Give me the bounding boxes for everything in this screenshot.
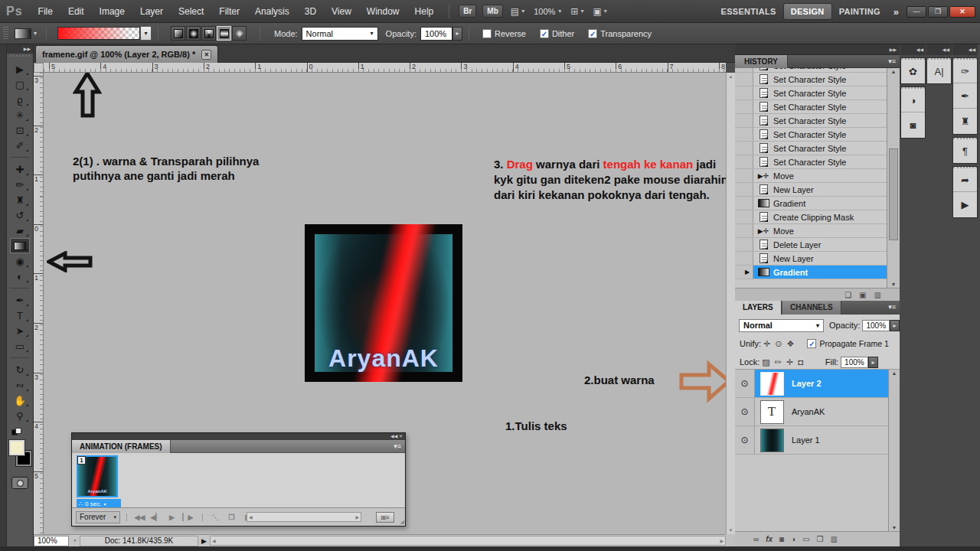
layer-style-icon[interactable]: fx (766, 535, 773, 543)
history-item[interactable]: New Layer (735, 183, 887, 197)
history-snapshot-well[interactable] (735, 224, 753, 237)
tool-zoom[interactable]: ⚲ (10, 408, 30, 423)
animation-scrollbar[interactable]: ◀ ▶ (247, 512, 361, 522)
history-item[interactable]: Set Character Style (735, 100, 887, 114)
panel-brushes-button[interactable]: ✒ (953, 83, 977, 109)
history-snapshot-well[interactable] (735, 128, 753, 141)
tween-button[interactable]: ⋱ (207, 514, 224, 521)
history-item[interactable]: Gradient (735, 197, 887, 210)
gradient-type-diamond-button[interactable] (232, 26, 247, 41)
tool-hand[interactable]: ✋ (10, 393, 30, 408)
horizontal-scrollbar[interactable]: ◀ ▶ (210, 536, 726, 546)
status-options-arrow[interactable]: ▶ (201, 537, 207, 545)
next-frame-button[interactable]: ▏▶ (180, 514, 196, 521)
animation-panel-collapse[interactable]: ◀◀ ✕ (72, 433, 405, 440)
history-item[interactable]: Set Character Style (735, 114, 887, 128)
lock-transparent-pixels-icon[interactable]: ▨ (762, 357, 769, 367)
history-item[interactable]: Set Character Style (735, 155, 887, 169)
delete-layer-icon[interactable]: ▥ (831, 535, 838, 543)
tool-rounded-rectangle[interactable]: ▭ (10, 338, 30, 354)
screen-mode-button[interactable]: ▣ ▾ (593, 6, 606, 17)
history-snapshot-well[interactable] (735, 197, 753, 210)
dock-collapse-button[interactable]: ◀◀ (926, 44, 952, 55)
opacity-slider-button[interactable]: ▸ (452, 27, 462, 41)
tool-eraser[interactable]: ▰ (10, 223, 30, 238)
animation-tab[interactable]: ANIMATION (FRAMES) (72, 440, 171, 453)
history-item[interactable]: Set Character Style (735, 86, 887, 100)
restore-button[interactable]: ❐ (928, 6, 948, 18)
play-button[interactable]: ▶ (164, 514, 180, 521)
history-item[interactable]: Delete Layer (735, 238, 887, 252)
canvas-area[interactable]: 2(1) . warna & Transparah pilihnya putih… (44, 73, 726, 534)
tools-collapse-button[interactable]: ▶▶ (7, 44, 33, 54)
panel-brush-presets-button[interactable]: ✑ (953, 58, 977, 83)
history-snapshot-well[interactable] (735, 210, 753, 223)
history-panel-collapse[interactable]: ▶▶ (735, 44, 900, 55)
tool-dodge[interactable]: ◐ (10, 269, 30, 284)
history-snapshot-well[interactable] (735, 155, 753, 168)
layer-row[interactable]: ⊙Layer 1 (735, 426, 888, 455)
previous-frame-button[interactable]: ◀▏ (148, 514, 164, 521)
transparency-checkbox-box[interactable]: ✓ (588, 29, 597, 38)
workspace-essentials[interactable]: ESSENTIALS (714, 4, 783, 19)
tab-layers[interactable]: LAYERS (735, 301, 782, 315)
vertical-scrollbar[interactable]: ▲ ▼ (726, 73, 735, 534)
history-snapshot-well[interactable] (735, 114, 753, 127)
animation-frame-1[interactable]: 1 AryanAK (77, 455, 118, 497)
menu-view[interactable]: View (324, 0, 359, 23)
gradient-type-radial-button[interactable] (186, 26, 201, 41)
history-snapshot-well[interactable] (735, 266, 753, 279)
vertical-ruler[interactable]: 321012345 (34, 73, 44, 534)
history-item[interactable]: ▶✛Move (735, 169, 887, 183)
resize-grip-icon[interactable]: ◢ (400, 519, 404, 525)
checkbox-dither[interactable]: ✓Dither (540, 29, 574, 38)
swap-colors-button[interactable] (11, 428, 22, 437)
duplicate-frame-button[interactable]: ❐ (224, 514, 240, 521)
tool-move[interactable]: ▶ (10, 61, 30, 77)
panel-adjustments-button[interactable]: ◑ (901, 87, 925, 112)
history-scrollbar[interactable]: ▲ ▼ (887, 68, 900, 288)
view-extras-button[interactable]: ▤ ▾ (511, 6, 524, 17)
delete-state-icon[interactable]: ▥ (874, 291, 881, 299)
history-item[interactable]: ▶✛Move (735, 224, 887, 238)
panel-menu-icon[interactable]: ▾≡ (394, 442, 401, 450)
tools-grip[interactable] (10, 55, 30, 60)
panel-clone-source-button[interactable]: ♜ (953, 109, 977, 134)
tool-lasso[interactable]: ϱ (10, 92, 30, 107)
gradient-type-linear-button[interactable] (171, 26, 185, 41)
menu-edit[interactable]: Edit (60, 0, 92, 23)
adjustment-layer-icon[interactable]: ◑ (791, 535, 795, 543)
visibility-toggle[interactable]: ⊙ (735, 426, 755, 454)
menu-window[interactable]: Window (359, 0, 407, 23)
menu-help[interactable]: Help (407, 0, 442, 23)
quick-mask-button[interactable] (11, 477, 28, 489)
panel-menu-icon[interactable]: ▾≡ (888, 303, 896, 311)
tool-history-brush[interactable]: ↺ (10, 207, 30, 223)
tool-rectangular-marquee[interactable]: ▢ (10, 77, 30, 92)
new-group-icon[interactable]: ▭ (802, 535, 809, 543)
gradient-type-angle-button[interactable] (201, 26, 216, 41)
fill-field[interactable]: 100% (841, 357, 868, 368)
first-frame-button[interactable]: ◀◀ (132, 514, 148, 521)
menu-3d[interactable]: 3D (297, 0, 324, 23)
history-snapshot-well[interactable] (735, 100, 753, 113)
visibility-toggle[interactable]: ⊙ (735, 370, 755, 397)
checkbox-reverse[interactable]: Reverse (482, 29, 526, 38)
tool-3d-rotate[interactable]: ↻ (10, 362, 30, 377)
layer-opacity-slider[interactable]: ▸ (890, 320, 900, 331)
history-item[interactable]: Create Clipping Mask (735, 210, 887, 224)
fill-slider[interactable]: ▸ (868, 357, 878, 368)
history-snapshot-well[interactable] (735, 183, 753, 196)
gradient-type-reflected-button[interactable] (217, 26, 231, 41)
blend-mode-select[interactable]: Normal ▾ (302, 27, 378, 41)
tool-spot-healing-brush[interactable]: ✚ (10, 161, 30, 177)
dither-checkbox-box[interactable]: ✓ (540, 29, 549, 38)
panel-menu-icon[interactable]: ▾≡ (888, 57, 896, 65)
workspace-painting[interactable]: PAINTING (832, 4, 887, 19)
lock-position-icon[interactable]: ✛ (786, 357, 793, 367)
foreground-color-swatch[interactable] (9, 440, 24, 455)
propagate-checkbox[interactable]: ✓ (807, 339, 816, 348)
status-zoom-field[interactable]: 100% (34, 536, 69, 546)
tool-blur[interactable]: ◉ (10, 253, 30, 269)
tool-crop[interactable]: ⊡ (10, 122, 30, 138)
